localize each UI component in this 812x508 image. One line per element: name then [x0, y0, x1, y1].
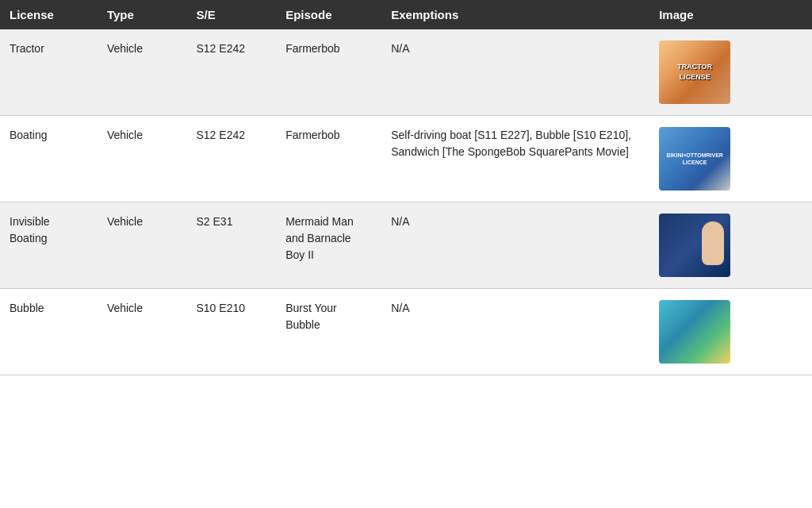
cell-se: S2 E31	[187, 202, 277, 289]
header-episode: Episode	[276, 0, 381, 29]
table-row: BoatingVehicleS12 E242FarmerbobSelf-driv…	[0, 116, 812, 202]
license-image	[659, 214, 730, 277]
table-header-row: License Type S/E Episode Exemptions Imag…	[0, 0, 812, 29]
header-type: Type	[98, 0, 187, 29]
licenses-table: License Type S/E Episode Exemptions Imag…	[0, 0, 812, 375]
cell-exemptions: N/A	[381, 202, 649, 289]
cell-se: S10 E210	[187, 289, 277, 375]
header-se: S/E	[187, 0, 277, 29]
license-image	[659, 300, 730, 364]
cell-episode: Burst Your Bubble	[276, 289, 381, 375]
cell-license: Invisible Boating	[0, 202, 98, 289]
cell-type: Vehicle	[98, 29, 187, 116]
cell-license: Bubble	[0, 289, 98, 375]
license-image	[659, 127, 730, 190]
header-image: Image	[649, 0, 812, 29]
cell-license: Boating	[0, 116, 98, 202]
cell-episode: Farmerbob	[276, 29, 381, 116]
cell-license: Tractor	[0, 29, 98, 116]
cell-type: Vehicle	[98, 289, 187, 375]
cell-exemptions: N/A	[381, 289, 649, 375]
cell-image	[649, 29, 812, 116]
cell-exemptions: Self-driving boat [S11 E227], Bubble [S1…	[381, 116, 649, 202]
cell-episode: Farmerbob	[276, 116, 381, 202]
license-image	[659, 40, 730, 104]
cell-image	[649, 116, 812, 202]
cell-se: S12 E242	[187, 116, 277, 202]
cell-se: S12 E242	[187, 29, 277, 116]
table-row: Invisible BoatingVehicleS2 E31Mermaid Ma…	[0, 202, 812, 289]
cell-type: Vehicle	[98, 116, 187, 202]
table-row: TractorVehicleS12 E242FarmerbobN/A	[0, 29, 812, 116]
cell-image	[649, 202, 812, 289]
header-exemptions: Exemptions	[381, 0, 649, 29]
cell-image	[649, 289, 812, 375]
cell-episode: Mermaid Man and Barnacle Boy II	[276, 202, 381, 289]
table-row: BubbleVehicleS10 E210Burst Your BubbleN/…	[0, 289, 812, 375]
cell-type: Vehicle	[98, 202, 187, 289]
header-license: License	[0, 0, 98, 29]
cell-exemptions: N/A	[381, 29, 649, 116]
